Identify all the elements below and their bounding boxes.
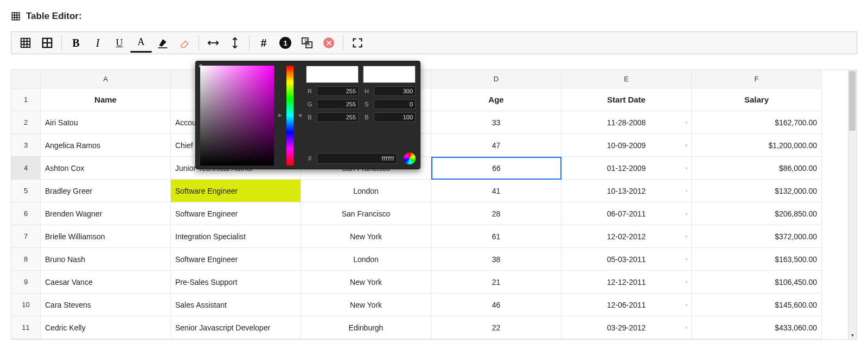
hue-slider[interactable] bbox=[286, 66, 293, 165]
table-cell[interactable]: $86,000.00 bbox=[692, 157, 822, 180]
row-header[interactable]: 1 bbox=[11, 88, 41, 111]
table-cell[interactable]: Ashton Cox bbox=[41, 157, 171, 180]
table-cell[interactable]: Brielle Williamson bbox=[41, 225, 171, 248]
color-wheel-icon[interactable] bbox=[404, 152, 416, 164]
table-cell[interactable]: 61 bbox=[431, 225, 561, 248]
chevron-down-icon[interactable]: ▾ bbox=[685, 302, 688, 308]
table-cell[interactable]: Angelica Ramos bbox=[41, 134, 171, 157]
table-cell[interactable]: New York bbox=[301, 294, 431, 316]
table-cell[interactable]: 22 bbox=[431, 316, 561, 339]
table-cell[interactable]: London bbox=[301, 248, 431, 271]
table-cell[interactable]: 06-07-2011▾ bbox=[561, 202, 692, 225]
column-header[interactable]: F bbox=[692, 70, 822, 88]
table-cell[interactable]: Pre-Sales Support bbox=[171, 271, 301, 294]
table-cell[interactable]: Cara Stevens bbox=[41, 294, 171, 316]
vertical-scrollbar[interactable]: ▾ bbox=[848, 70, 857, 339]
table-cell[interactable]: Senior Javascript Developer bbox=[171, 316, 301, 339]
table-cell[interactable]: Integration Specialist bbox=[171, 225, 301, 248]
table-cell[interactable]: New York bbox=[301, 271, 431, 294]
b-input[interactable] bbox=[317, 112, 359, 122]
r-input[interactable] bbox=[317, 86, 359, 96]
table-cell[interactable]: 01-12-2009▾ bbox=[561, 157, 692, 180]
eraser-button[interactable] bbox=[174, 33, 195, 53]
bold-button[interactable]: B bbox=[65, 33, 87, 53]
row-header[interactable]: 9 bbox=[11, 271, 41, 294]
table-cell[interactable]: San Francisco bbox=[301, 202, 431, 225]
chevron-down-icon[interactable]: ▾ bbox=[685, 143, 688, 148]
table-cell[interactable]: $145,600.00 bbox=[692, 294, 822, 316]
table-header-cell[interactable]: Start Date bbox=[561, 88, 692, 111]
row-header[interactable]: 10 bbox=[11, 294, 41, 316]
text-color-button[interactable]: A bbox=[130, 33, 152, 53]
table-cell[interactable]: 21 bbox=[431, 271, 561, 294]
column-header[interactable]: A bbox=[41, 70, 171, 88]
table-cell[interactable]: $162,700.00 bbox=[692, 111, 822, 134]
table-cell[interactable]: 12-06-2011▾ bbox=[561, 294, 692, 316]
column-header[interactable]: E bbox=[561, 70, 692, 88]
chevron-down-icon[interactable]: ▾ bbox=[685, 279, 688, 285]
column-header[interactable]: D bbox=[431, 70, 561, 88]
table-cell[interactable]: 33 bbox=[431, 111, 561, 134]
table-cell[interactable]: 28 bbox=[431, 202, 561, 225]
table-cell[interactable]: 10-13-2012▾ bbox=[561, 180, 692, 202]
table-cell[interactable]: $1,200,000.00 bbox=[692, 134, 822, 157]
table-cell[interactable]: $206,850.00 bbox=[692, 202, 822, 225]
table-cell[interactable]: $163,500.00 bbox=[692, 248, 822, 271]
italic-button[interactable]: I bbox=[87, 33, 108, 53]
row-header[interactable]: 11 bbox=[11, 316, 41, 339]
row-header[interactable]: 6 bbox=[11, 202, 41, 225]
s-input[interactable] bbox=[374, 99, 416, 109]
row-header[interactable]: 3 bbox=[11, 134, 41, 157]
insert-table-button[interactable] bbox=[15, 33, 36, 53]
table-borders-button[interactable] bbox=[36, 33, 58, 53]
table-cell[interactable]: 05-03-2011▾ bbox=[561, 248, 692, 271]
table-cell[interactable]: 38 bbox=[431, 248, 561, 271]
table-header-cell[interactable]: Age bbox=[431, 88, 561, 111]
fullscreen-button[interactable] bbox=[347, 33, 368, 53]
table-cell[interactable]: Software Engineer bbox=[171, 248, 301, 271]
table-cell[interactable]: Brenden Wagner bbox=[41, 202, 171, 225]
chevron-down-icon[interactable]: ▾ bbox=[685, 325, 688, 330]
table-cell[interactable]: Airi Satou bbox=[41, 111, 171, 134]
table-header-cell[interactable]: Salary bbox=[692, 88, 822, 111]
row-header[interactable]: 2 bbox=[11, 111, 41, 134]
row-height-button[interactable] bbox=[224, 33, 246, 53]
translate-button[interactable]: 文A bbox=[296, 33, 318, 53]
corner-cell[interactable] bbox=[11, 70, 41, 88]
table-cell[interactable]: Edinburgh bbox=[301, 316, 431, 339]
chevron-down-icon[interactable]: ▾ bbox=[685, 120, 688, 125]
column-width-button[interactable] bbox=[202, 33, 224, 53]
format-button[interactable]: # bbox=[253, 33, 275, 53]
table-cell[interactable]: 66 bbox=[431, 157, 561, 180]
table-cell[interactable]: Bruno Nash bbox=[41, 248, 171, 271]
h-input[interactable] bbox=[374, 86, 416, 96]
table-cell[interactable]: $372,000.00 bbox=[692, 225, 822, 248]
table-cell[interactable]: $433,060.00 bbox=[692, 316, 822, 339]
table-cell[interactable]: $106,450.00 bbox=[692, 271, 822, 294]
fill-color-button[interactable] bbox=[152, 33, 174, 53]
table-cell[interactable]: 41 bbox=[431, 180, 561, 202]
row-header[interactable]: 7 bbox=[11, 225, 41, 248]
chevron-down-icon[interactable]: ▾ bbox=[685, 165, 688, 171]
table-cell[interactable]: 46 bbox=[431, 294, 561, 316]
table-cell[interactable]: 10-09-2009▾ bbox=[561, 134, 692, 157]
chevron-down-icon[interactable]: ▾ bbox=[685, 257, 688, 262]
table-cell[interactable]: Software Engineer bbox=[171, 202, 301, 225]
g-input[interactable] bbox=[317, 99, 359, 109]
table-cell[interactable]: Software Engineer bbox=[171, 180, 301, 202]
chevron-down-icon[interactable]: ▾ bbox=[685, 188, 688, 194]
conditional-format-button[interactable]: 1 bbox=[275, 33, 296, 53]
table-header-cell[interactable]: Name bbox=[41, 88, 171, 111]
table-cell[interactable]: 12-12-2011▾ bbox=[561, 271, 692, 294]
hex-input[interactable] bbox=[317, 153, 397, 164]
table-cell[interactable]: New York bbox=[301, 225, 431, 248]
table-cell[interactable]: Sales Assistant bbox=[171, 294, 301, 316]
table-cell[interactable]: 12-02-2012▾ bbox=[561, 225, 692, 248]
table-cell[interactable]: 03-29-2012▾ bbox=[561, 316, 692, 339]
table-cell[interactable]: London bbox=[301, 180, 431, 202]
row-header[interactable]: 8 bbox=[11, 248, 41, 271]
delete-button[interactable]: ✕ bbox=[318, 33, 340, 53]
underline-button[interactable]: U bbox=[108, 33, 130, 53]
table-cell[interactable]: Cedric Kelly bbox=[41, 316, 171, 339]
scroll-thumb[interactable] bbox=[849, 71, 856, 131]
